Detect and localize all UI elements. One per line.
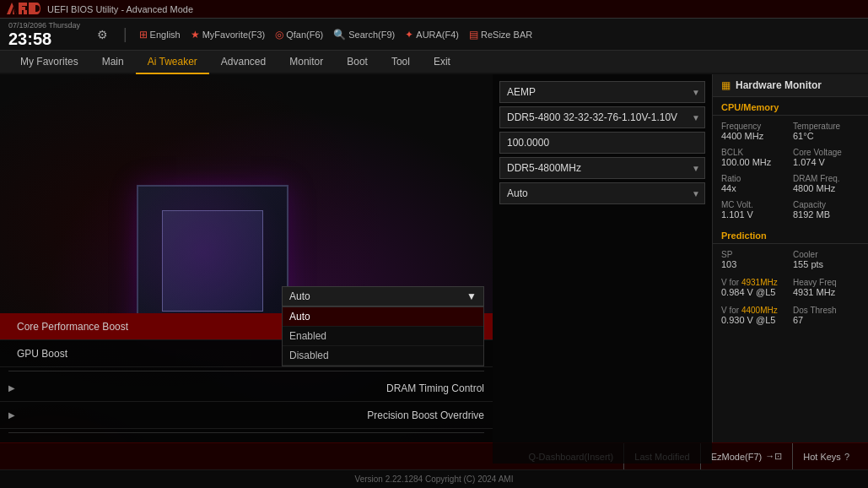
date-display: 07/19/2096 Thursday xyxy=(8,21,80,30)
fan-icon: ◎ xyxy=(275,29,283,41)
language-selector[interactable]: ⊞ English xyxy=(139,29,181,41)
rog-logo xyxy=(7,3,40,16)
cpu-image-area: Core Performance Boost Auto ▼ Auto Enabl… xyxy=(0,74,493,464)
temperature-item: Temperature 61°C xyxy=(791,119,861,144)
cpu-memory-grid: Frequency 4400 MHz Temperature 61°C BCLK… xyxy=(713,116,868,225)
time-display: 23:58 xyxy=(8,30,51,48)
hotkeys-button[interactable]: Hot Keys ? xyxy=(793,443,860,469)
nav-aitweaker[interactable]: Ai Tweaker xyxy=(136,51,209,74)
gpu-boost-label: GPU Boost xyxy=(17,348,67,360)
nav-exit[interactable]: Exit xyxy=(422,51,462,74)
nav-main[interactable]: Main xyxy=(90,51,136,74)
svg-rect-6 xyxy=(29,3,32,14)
frequency-item: Frequency 4400 MHz xyxy=(720,119,790,144)
bios-rows-container: Core Performance Boost Auto ▼ Auto Enabl… xyxy=(0,313,493,464)
ezmode-button[interactable]: EzMode(F7) →⊡ xyxy=(701,443,794,469)
monitor-icon: ▦ xyxy=(721,79,731,91)
star-icon: ★ xyxy=(191,29,200,41)
prediction-data: SP 103 Cooler 155 pts V for 4931MHz 0.98… xyxy=(713,244,868,331)
core-voltage-item: Core Voltage 1.074 V xyxy=(791,145,861,170)
nav-advanced[interactable]: Advanced xyxy=(209,51,278,74)
navbar: My Favorites Main Ai Tweaker Advanced Mo… xyxy=(0,51,868,74)
auto-select[interactable]: Auto Enabled Disabled xyxy=(499,182,705,204)
titlebar: UEFI BIOS Utility - Advanced Mode xyxy=(0,0,868,19)
qfan-button[interactable]: ◎ Qfan(F6) xyxy=(275,29,323,41)
search-button[interactable]: 🔍 Search(F9) xyxy=(333,29,395,41)
prediction-section-header: Prediction xyxy=(713,225,868,244)
nav-myfavorites[interactable]: My Favorites xyxy=(8,51,90,74)
aura-button[interactable]: ✦ AURA(F4) xyxy=(405,29,459,41)
right-controls-panel: AEMP XMP Manual ▼ DDR5-4800 32-32-32-76-… xyxy=(493,74,712,464)
svg-rect-3 xyxy=(19,3,27,6)
version-bar: Version 2.22.1284 Copyright (C) 2024 AMI xyxy=(0,469,868,488)
language-icon: ⊞ xyxy=(139,29,148,41)
hardware-monitor-panel: ▦ Hardware Monitor CPU/Memory Frequency … xyxy=(712,74,868,464)
cpb-option-auto[interactable]: Auto xyxy=(283,307,483,327)
aemp-select[interactable]: AEMP XMP Manual xyxy=(499,81,705,103)
v4400-item: V for 4400MHz 0.930 V @L5 xyxy=(720,303,790,328)
topbar: 07/19/2096 Thursday 23:58 ⚙ | ⊞ English … xyxy=(0,19,868,51)
titlebar-text: UEFI BIOS Utility - Advanced Mode xyxy=(47,4,193,14)
svg-rect-4 xyxy=(19,7,25,10)
bclk-item: BCLK 100.00 MHz xyxy=(720,145,790,170)
dram-freq-item: DRAM Freq. 4800 MHz xyxy=(791,171,861,196)
cpb-option-enabled[interactable]: Enabled xyxy=(283,327,483,346)
myfavorite-button[interactable]: ★ MyFavorite(F3) xyxy=(191,29,266,41)
core-performance-boost-row[interactable]: Core Performance Boost Auto ▼ Auto Enabl… xyxy=(0,313,493,340)
cooler-item: Cooler 155 pts xyxy=(791,247,861,272)
nav-monitor[interactable]: Monitor xyxy=(278,51,335,74)
expand-icon2: ▶ xyxy=(8,410,15,420)
nav-tool[interactable]: Tool xyxy=(380,51,422,74)
cpb-option-disabled[interactable]: Disabled xyxy=(283,346,483,366)
cpu-memory-section: CPU/Memory xyxy=(713,97,868,116)
ddr5-freq-select-container: DDR5-4800MHz DDR5-5200MHz DDR5-5600MHz ▼ xyxy=(499,157,705,179)
resizebar-icon: ▤ xyxy=(469,29,478,41)
aemp-select-container: AEMP XMP Manual ▼ xyxy=(499,81,705,103)
cpb-dropdown: Auto Enabled Disabled xyxy=(282,306,484,366)
ezmode-icon: →⊡ xyxy=(765,451,782,462)
sp-item: SP 103 xyxy=(720,247,790,272)
capacity-item: Capacity 8192 MB xyxy=(791,198,861,222)
statusbar: Q-Dashboard(Insert) Last Modified EzMode… xyxy=(0,442,868,469)
v4931-row: V for 4931MHz 0.984 V @L5 Heavy Freq 493… xyxy=(720,275,861,300)
dram-timing-row[interactable]: ▶ DRAM Timing Control xyxy=(0,375,493,402)
mc-volt-item: MC Volt. 1.101 V xyxy=(720,198,790,222)
sp-cooler-row: SP 103 Cooler 155 pts xyxy=(720,247,861,272)
expand-icon: ▶ xyxy=(8,383,15,393)
dos-thresh-item: Dos Thresh 67 xyxy=(791,303,861,328)
v4400-row: V for 4400MHz 0.930 V @L5 Dos Thresh 67 xyxy=(720,303,861,328)
aura-icon: ✦ xyxy=(405,29,413,41)
precision-boost-label: Precision Boost Overdrive xyxy=(367,409,484,421)
hotkeys-icon: ? xyxy=(844,452,849,462)
datetime-display: 07/19/2096 Thursday 23:58 xyxy=(8,21,80,48)
precision-boost-row[interactable]: ▶ Precision Boost Overdrive xyxy=(0,402,493,429)
version-text: Version 2.22.1284 Copyright (C) 2024 AMI xyxy=(355,474,514,484)
resizebar-button[interactable]: ▤ ReSize BAR xyxy=(469,29,532,41)
ratio-item: Ratio 44x xyxy=(720,171,790,196)
ddr5-profile-select[interactable]: DDR5-4800 32-32-32-76-1.10V-1.10V xyxy=(499,106,705,128)
heavy-freq-item: Heavy Freq 4931 MHz xyxy=(791,275,861,300)
svg-rect-5 xyxy=(24,10,27,14)
ddr5-freq-select[interactable]: DDR5-4800MHz DDR5-5200MHz DDR5-5600MHz xyxy=(499,157,705,179)
dram-timing-label: DRAM Timing Control xyxy=(386,382,484,394)
search-icon: 🔍 xyxy=(333,29,346,41)
settings-icon[interactable]: ⚙ xyxy=(97,28,108,41)
cpb-label: Core Performance Boost xyxy=(17,321,128,333)
nav-boot[interactable]: Boot xyxy=(335,51,380,74)
v4931-item: V for 4931MHz 0.984 V @L5 xyxy=(720,275,790,300)
ddr5-profile-select-container: DDR5-4800 32-32-32-76-1.10V-1.10V ▼ xyxy=(499,106,705,128)
hw-monitor-title: ▦ Hardware Monitor xyxy=(713,74,868,97)
bclk-input[interactable] xyxy=(499,132,705,154)
cpb-select-header[interactable]: Auto ▼ xyxy=(282,286,484,306)
auto-select-container: Auto Enabled Disabled ▼ xyxy=(499,182,705,204)
